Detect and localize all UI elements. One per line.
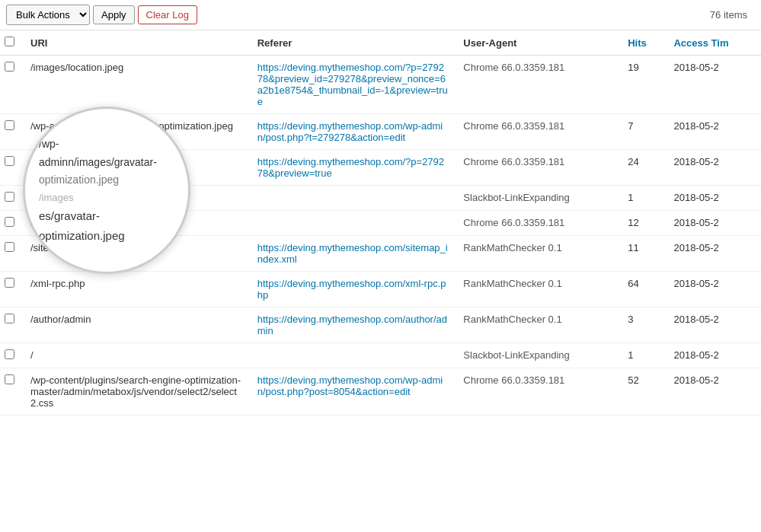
row-hits: 64 <box>620 272 666 307</box>
table-row: /wp-adminn/images/gravatar-optimization.… <box>0 114 761 150</box>
row-checkbox-cell <box>0 114 23 150</box>
row-hits: 19 <box>620 56 666 114</box>
row-uri: /images/location.jpeg <box>23 56 250 114</box>
row-checkbox[interactable] <box>5 278 14 288</box>
row-useragent: Chrome 66.0.3359.181 <box>456 114 620 150</box>
table-wrapper: URI Referer User-Agent Hits Access Tim /… <box>0 30 761 416</box>
row-useragent: Chrome 66.0.3359.181 <box>456 211 620 236</box>
select-all-checkbox[interactable] <box>5 37 14 46</box>
row-hits: 11 <box>620 236 666 272</box>
col-header-referer: Referer <box>250 30 456 56</box>
row-uri: /xml-rpc.php <box>23 272 250 307</box>
toolbar-left: Bulk Actions Apply Clear Log <box>6 5 197 25</box>
row-checkbox[interactable] <box>5 156 14 166</box>
row-checkbox[interactable] <box>5 217 14 227</box>
row-access-time: 2018-05-2 <box>666 343 761 368</box>
row-hits: 1 <box>620 343 666 368</box>
clear-log-button[interactable]: Clear Log <box>138 5 197 24</box>
row-hits: 12 <box>620 211 666 236</box>
table-row: /xml-rpc.phphttps://deving.mythemeshop.c… <box>0 272 761 307</box>
row-access-time: 2018-05-2 <box>666 272 761 307</box>
row-checkbox-cell <box>0 56 23 114</box>
row-referer: https://deving.mythemeshop.com/author/ad… <box>250 307 456 343</box>
row-checkbox[interactable] <box>5 120 14 130</box>
row-hits: 3 <box>620 307 666 343</box>
row-checkbox[interactable] <box>5 192 14 202</box>
row-hits: 24 <box>620 150 666 186</box>
row-access-time: 2018-05-2 <box>666 150 761 186</box>
row-referer <box>250 186 456 211</box>
items-count: 76 items <box>710 9 755 21</box>
row-uri: /wp-content/plugins/search-engine-optimi… <box>23 368 250 416</box>
row-referer: https://deving.mythemeshop.com/wp-admin/… <box>250 368 456 416</box>
table-row: /sitemap_index.xmlhttps://deving.mytheme… <box>0 236 761 272</box>
row-access-time: 2018-05-2 <box>666 307 761 343</box>
referer-link[interactable]: https://deving.mythemeshop.com/wp-admin/… <box>257 120 443 143</box>
col-header-uri: URI <box>23 30 250 56</box>
row-useragent: Slackbot-LinkExpanding <box>456 343 620 368</box>
row-access-time: 2018-05-2 <box>666 236 761 272</box>
row-checkbox-cell <box>0 343 23 368</box>
row-referer: https://deving.mythemeshop.com/wp-admin/… <box>250 114 456 150</box>
row-hits: 52 <box>620 368 666 416</box>
col-header-access: Access Tim <box>666 30 761 56</box>
referer-link[interactable]: https://deving.mythemeshop.com/?p=279278… <box>257 62 448 107</box>
referer-link[interactable]: https://deving.mythemeshop.com/xml-rpc.p… <box>257 278 446 301</box>
table-row: /seo-checkupChrome 66.0.3359.181122018-0… <box>0 211 761 236</box>
row-useragent: Chrome 66.0.3359.181 <box>456 368 620 416</box>
row-checkbox-cell <box>0 307 23 343</box>
row-checkbox[interactable] <box>5 349 14 359</box>
row-uri: /sitemap_index.xml <box>23 236 250 272</box>
log-table: URI Referer User-Agent Hits Access Tim /… <box>0 30 761 416</box>
row-checkbox-cell <box>0 368 23 416</box>
row-checkbox-cell <box>0 272 23 307</box>
toolbar: Bulk Actions Apply Clear Log 76 items <box>0 0 761 30</box>
row-checkbox-cell <box>0 236 23 272</box>
bulk-actions-select[interactable]: Bulk Actions <box>6 5 90 25</box>
row-access-time: 2018-05-2 <box>666 186 761 211</box>
row-uri: / <box>23 186 250 211</box>
col-header-check <box>0 30 23 56</box>
row-checkbox-cell <box>0 211 23 236</box>
row-uri: / <box>23 343 250 368</box>
referer-link[interactable]: https://deving.mythemeshop.com/?p=279278… <box>257 156 444 179</box>
referer-link[interactable]: https://deving.mythemeshop.com/author/ad… <box>257 314 447 336</box>
row-checkbox-cell <box>0 186 23 211</box>
referer-link[interactable]: https://deving.mythemeshop.com/wp-admin/… <box>257 374 443 397</box>
row-referer <box>250 343 456 368</box>
row-checkbox[interactable] <box>5 62 14 72</box>
row-access-time: 2018-05-2 <box>666 211 761 236</box>
row-access-time: 2018-05-2 <box>666 56 761 114</box>
row-checkbox[interactable] <box>5 242 14 252</box>
row-useragent: Chrome 66.0.3359.181 <box>456 150 620 186</box>
row-referer: https://deving.mythemeshop.com/?p=279278… <box>250 150 456 186</box>
row-checkbox[interactable] <box>5 374 14 384</box>
row-checkbox-cell <box>0 150 23 186</box>
col-header-useragent: User-Agent <box>456 30 620 56</box>
apply-button[interactable]: Apply <box>93 5 135 24</box>
row-uri: /author/admin <box>23 307 250 343</box>
row-referer: https://deving.mythemeshop.com/xml-rpc.p… <box>250 272 456 307</box>
row-referer <box>250 211 456 236</box>
row-useragent: RankMathChecker 0.1 <box>456 236 620 272</box>
row-hits: 7 <box>620 114 666 150</box>
row-useragent: RankMathChecker 0.1 <box>456 272 620 307</box>
row-uri: /seo-checkup <box>23 211 250 236</box>
row-hits: 1 <box>620 186 666 211</box>
row-uri: /wp-adminn/images/gravatar-optimization.… <box>23 114 250 150</box>
row-access-time: 2018-05-2 <box>666 114 761 150</box>
row-useragent: RankMathChecker 0.1 <box>456 307 620 343</box>
row-uri: /images/gravatar-optimization.jpeg <box>23 150 250 186</box>
row-referer: https://deving.mythemeshop.com/sitemap_i… <box>250 236 456 272</box>
row-checkbox[interactable] <box>5 314 14 323</box>
row-useragent: Slackbot-LinkExpanding <box>456 186 620 211</box>
table-row: /images/gravatar-optimization.jpeghttps:… <box>0 150 761 186</box>
table-row: /Slackbot-LinkExpanding12018-05-2 <box>0 186 761 211</box>
table-row: /images/location.jpeghttps://deving.myth… <box>0 56 761 114</box>
col-header-hits: Hits <box>620 30 666 56</box>
referer-link[interactable]: https://deving.mythemeshop.com/sitemap_i… <box>257 242 448 265</box>
row-referer: https://deving.mythemeshop.com/?p=279278… <box>250 56 456 114</box>
table-row: /Slackbot-LinkExpanding12018-05-2 <box>0 343 761 368</box>
row-useragent: Chrome 66.0.3359.181 <box>456 56 620 114</box>
table-row: /wp-content/plugins/search-engine-optimi… <box>0 368 761 416</box>
